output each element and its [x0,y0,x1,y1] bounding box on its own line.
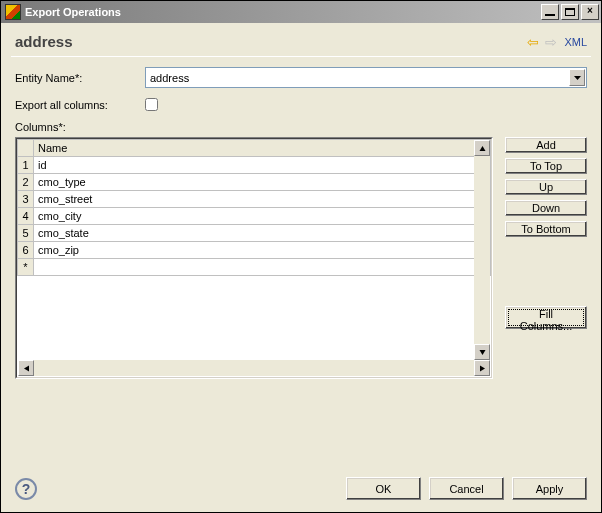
footer: ? OK Cancel Apply [1,465,601,512]
vertical-scrollbar[interactable] [474,140,490,360]
close-button[interactable]: × [581,4,599,20]
help-icon[interactable]: ? [15,478,37,500]
to-top-button[interactable]: To Top [505,158,587,174]
table-row: 2cmo_type [18,174,491,191]
ok-button[interactable]: OK [346,477,421,500]
cell-name[interactable]: cmo_state [34,225,491,242]
svg-marker-2 [479,350,485,355]
row-num[interactable]: 4 [18,208,34,225]
apply-button[interactable]: Apply [512,477,587,500]
xml-link[interactable]: XML [564,36,587,48]
export-all-checkbox[interactable] [145,98,158,111]
titlebar: Export Operations × [1,1,601,23]
entity-name-value: address [150,72,189,84]
row-num[interactable]: 1 [18,157,34,174]
maximize-button[interactable] [561,4,579,20]
table-row: 6cmo_zip [18,242,491,259]
row-num[interactable]: 3 [18,191,34,208]
window-title: Export Operations [25,6,541,18]
form-area: Entity Name*: address Export all columns… [1,57,601,137]
scroll-right-icon[interactable] [474,360,490,376]
columns-area: Name 1id 2cmo_type 3cmo_street 4cmo_city… [1,137,601,301]
cell-name[interactable] [34,259,491,276]
cell-name[interactable]: cmo_zip [34,242,491,259]
up-button[interactable]: Up [505,179,587,195]
svg-marker-4 [480,365,485,371]
row-num[interactable]: 2 [18,174,34,191]
app-icon [5,4,21,20]
column-header-name[interactable]: Name [34,140,491,157]
entity-name-label: Entity Name*: [15,72,145,84]
cancel-button[interactable]: Cancel [429,477,504,500]
down-button[interactable]: Down [505,200,587,216]
chevron-down-icon[interactable] [569,69,585,86]
nav-back-icon[interactable]: ⇦ [524,34,542,50]
row-num[interactable]: 6 [18,242,34,259]
side-button-column: Add To Top Up Down To Bottom Fill Column… [505,137,587,301]
page-header: address ⇦ ⇨ XML [1,23,601,56]
table-row: 1id [18,157,491,174]
export-all-label: Export all columns: [15,99,145,111]
scroll-left-icon[interactable] [18,360,34,376]
export-operations-window: Export Operations × address ⇦ ⇨ XML Enti… [0,0,602,513]
columns-label: Columns*: [15,121,587,133]
cell-name[interactable]: cmo_type [34,174,491,191]
cell-name[interactable]: id [34,157,491,174]
row-num[interactable]: 5 [18,225,34,242]
table-row: 4cmo_city [18,208,491,225]
minimize-button[interactable] [541,4,559,20]
table-row: 5cmo_state [18,225,491,242]
horizontal-scrollbar[interactable] [18,360,490,376]
entity-name-select[interactable]: address [145,67,587,88]
columns-table-panel: Name 1id 2cmo_type 3cmo_street 4cmo_city… [15,137,493,379]
row-new-marker[interactable]: * [18,259,34,276]
cell-name[interactable]: cmo_city [34,208,491,225]
nav-forward-icon: ⇨ [542,34,560,50]
add-button[interactable]: Add [505,137,587,153]
table-row-new: * [18,259,491,276]
columns-grid[interactable]: Name 1id 2cmo_type 3cmo_street 4cmo_city… [17,139,491,377]
svg-marker-0 [574,76,581,80]
scroll-up-icon[interactable] [474,140,490,156]
svg-marker-3 [24,365,29,371]
page-title: address [15,33,524,50]
svg-marker-1 [479,146,485,151]
table-row: 3cmo_street [18,191,491,208]
to-bottom-button[interactable]: To Bottom [505,221,587,237]
cell-name[interactable]: cmo_street [34,191,491,208]
scroll-down-icon[interactable] [474,344,490,360]
corner-cell [18,140,34,157]
